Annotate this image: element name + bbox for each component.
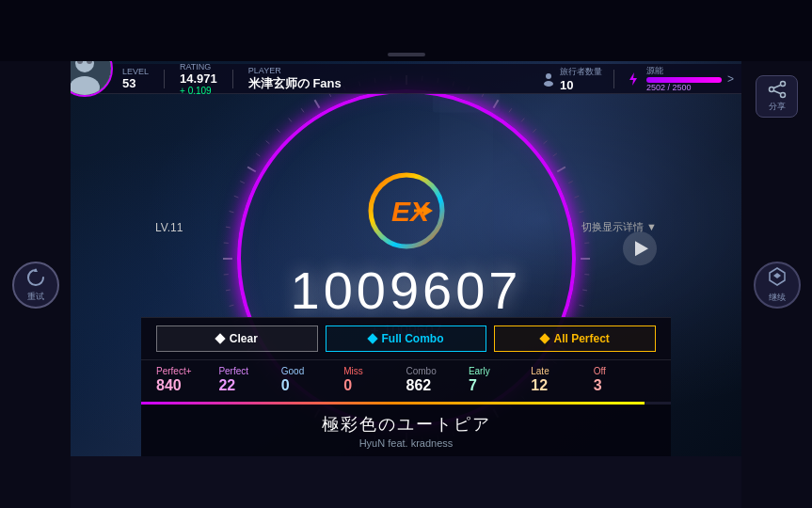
header-divider-3 <box>613 70 614 88</box>
continue-button[interactable]: 继续 <box>754 262 801 309</box>
retry-icon <box>24 266 47 289</box>
right-panel: 继续 <box>741 61 812 508</box>
stat-good: Good 0 <box>281 366 343 394</box>
svg-marker-94 <box>773 273 781 278</box>
bottom-panel: Clear Full Combo All Perfect Perfect+ 84… <box>141 317 671 405</box>
play-icon <box>635 241 648 256</box>
followers-icon <box>541 71 556 87</box>
background-area: // This won't run inside SVG, doing it v… <box>71 61 741 456</box>
header-divider-1 <box>164 70 165 88</box>
result-buttons-row: Clear Full Combo All Perfect <box>141 318 671 360</box>
energy-icon <box>626 71 641 87</box>
stat-perfect: Perfect 22 <box>218 366 280 394</box>
svg-point-89 <box>780 93 785 98</box>
stat-miss: Miss 0 <box>343 366 406 394</box>
header-divider-2 <box>232 70 233 88</box>
energy-bar-section: 源能 2502 / 2500 <box>646 65 722 92</box>
full-combo-button[interactable]: Full Combo <box>326 325 487 352</box>
retry-button[interactable]: 重试 <box>12 262 59 309</box>
energy-section: 源能 2502 / 2500 > <box>626 65 734 92</box>
main-score: 1009607 <box>290 260 521 321</box>
scroll-indicator <box>388 53 425 56</box>
play-button[interactable] <box>623 231 657 265</box>
header-right: 旅行者数量 10 源能 2502 / 2500 > <box>541 65 741 92</box>
energy-arrow[interactable]: > <box>727 72 734 86</box>
allperfect-diamond-icon <box>539 333 549 343</box>
ex-logo: EX <box>365 169 448 252</box>
share-icon <box>768 80 787 99</box>
stats-row: Perfect+ 840 Perfect 22 Good 0 Miss 0 Co… <box>141 360 671 402</box>
continue-label: 继续 <box>769 292 786 304</box>
retry-label: 重试 <box>27 291 44 303</box>
fullcombo-diamond-icon <box>367 333 377 343</box>
share-label: 分享 <box>769 101 786 113</box>
followers-section: 旅行者数量 10 <box>541 66 602 92</box>
header-player: Player 米津玄师の Fans <box>248 66 342 92</box>
header-level: Level 53 <box>122 67 149 90</box>
svg-marker-86 <box>629 72 637 86</box>
song-footer: 極彩色のユートピア HyuN feat. kradness <box>141 405 671 456</box>
all-perfect-button[interactable]: All Perfect <box>494 325 656 352</box>
header-bar: Level 53 Rating 14.971 + 0.109 Player 米津… <box>71 64 741 94</box>
clear-diamond-icon <box>215 333 225 343</box>
energy-value: 2502 / 2500 <box>646 83 692 92</box>
header-info: Level 53 Rating 14.971 + 0.109 Player 米津… <box>71 62 541 96</box>
stat-combo: Combo 862 <box>406 366 469 394</box>
svg-point-84 <box>546 73 551 79</box>
svg-point-85 <box>544 81 553 87</box>
stat-off: Off 3 <box>594 366 656 394</box>
svg-line-91 <box>773 91 780 94</box>
svg-line-90 <box>773 86 780 88</box>
song-artist: HyuN feat. kradness <box>359 437 454 449</box>
clear-button[interactable]: Clear <box>156 325 318 352</box>
song-title: 極彩色のユートピア <box>322 413 491 436</box>
svg-point-88 <box>769 87 773 92</box>
top-bar <box>0 0 812 61</box>
stat-perfect-plus: Perfect+ 840 <box>156 366 218 394</box>
continue-icon <box>766 265 788 288</box>
svg-point-87 <box>780 82 785 87</box>
left-panel: 重试 <box>0 61 71 508</box>
header-followers: 旅行者数量 10 <box>560 66 602 92</box>
stat-late: Late 12 <box>531 366 593 394</box>
level-badge: LV.11 <box>155 221 183 234</box>
header-rating: Rating 14.971 + 0.109 <box>180 62 217 96</box>
stat-early: Early 7 <box>469 366 531 394</box>
game-container: // This won't run inside SVG, doing it v… <box>0 0 812 508</box>
share-button[interactable]: 分享 <box>756 75 798 118</box>
